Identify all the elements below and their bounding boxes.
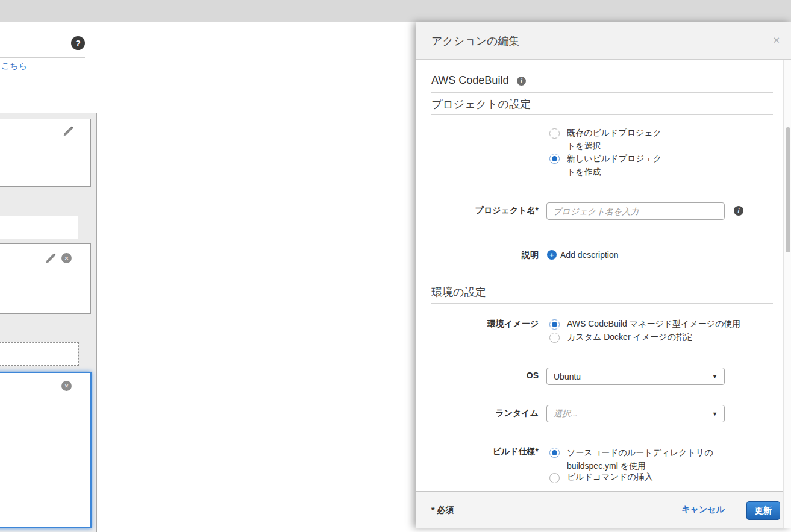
cancel-button[interactable]: キャンセル: [681, 504, 725, 515]
pipeline-action-card-selected[interactable]: [0, 372, 92, 528]
radio-managed-image-label[interactable]: AWS CodeBuild マネージド型イメージの使用: [567, 319, 740, 330]
os-select[interactable]: Ubuntu ▼: [546, 368, 725, 385]
os-label: OS: [431, 371, 539, 380]
help-icon[interactable]: ?: [71, 36, 85, 50]
edit-pencil-icon[interactable]: [62, 126, 73, 137]
radio-insert-commands-label[interactable]: ビルドコマンドの挿入: [567, 472, 653, 483]
more-link[interactable]: こちら: [1, 61, 27, 72]
radio-use-buildspec-label[interactable]: buildspec.yml を使用: [567, 460, 646, 472]
environment-settings-heading: 環境の設定: [431, 285, 486, 299]
update-button[interactable]: 更新: [746, 501, 780, 520]
radio-new-project-label[interactable]: トを作成: [567, 166, 601, 178]
divider: [431, 92, 773, 93]
radio-insert-commands[interactable]: [549, 473, 560, 483]
radio-custom-image-label[interactable]: カスタム Docker イメージの指定: [567, 332, 693, 343]
pipeline-action-card[interactable]: [0, 119, 91, 187]
add-description-plus-icon[interactable]: +: [547, 250, 557, 260]
top-bar: [0, 0, 791, 22]
add-description-link[interactable]: Add description: [560, 250, 619, 260]
os-select-value: Ubuntu: [554, 372, 581, 381]
radio-existing-project[interactable]: [549, 128, 560, 139]
edit-action-panel: アクションの編集 ✕ AWS CodeBuild i プロジェクトの設定 既存の…: [416, 22, 791, 528]
scrollbar-thumb[interactable]: [786, 127, 790, 252]
chevron-down-icon: ▼: [712, 374, 718, 380]
radio-existing-project-label[interactable]: トを選択: [567, 140, 601, 152]
radio-use-buildspec[interactable]: [549, 448, 560, 458]
action-drop-slot[interactable]: [0, 342, 79, 366]
left-divider: [0, 57, 85, 58]
runtime-select[interactable]: 選択... ▼: [546, 405, 725, 422]
remove-action-icon[interactable]: ✕: [61, 253, 72, 263]
project-settings-heading: プロジェクトの設定: [431, 97, 531, 111]
radio-managed-image[interactable]: [549, 319, 560, 330]
description-label: 説明: [431, 250, 539, 261]
provider-name: AWS CodeBuild: [431, 74, 508, 87]
radio-new-project[interactable]: [549, 154, 560, 164]
radio-custom-image[interactable]: [549, 333, 560, 343]
close-icon[interactable]: ✕: [772, 35, 780, 46]
provider-info-icon[interactable]: i: [517, 77, 526, 86]
radio-existing-project-label[interactable]: 既存のビルドプロジェク: [567, 127, 661, 139]
action-drop-slot[interactable]: [0, 216, 78, 239]
project-name-label: プロジェクト名*: [431, 205, 539, 216]
required-note: * 必須: [431, 505, 454, 516]
buildspec-label: ビルド仕様*: [431, 446, 539, 457]
panel-footer: * 必須 キャンセル 更新: [416, 491, 791, 528]
chevron-down-icon: ▼: [712, 411, 718, 417]
runtime-label: ランタイム: [431, 408, 539, 419]
radio-new-project-label[interactable]: 新しいビルドプロジェク: [567, 152, 661, 165]
project-name-input[interactable]: [546, 202, 725, 220]
runtime-select-placeholder: 選択...: [554, 408, 578, 419]
edit-pencil-icon[interactable]: [45, 253, 56, 264]
divider: [431, 114, 773, 115]
panel-title: アクションの編集: [431, 34, 520, 48]
project-name-info-icon[interactable]: i: [734, 206, 743, 216]
environment-image-label: 環境イメージ: [431, 319, 539, 330]
radio-use-buildspec-label[interactable]: ソースコードのルートディレクトリの: [567, 446, 713, 459]
panel-header: アクションの編集 ✕: [416, 22, 791, 60]
remove-action-icon[interactable]: ✕: [61, 381, 72, 391]
divider: [431, 303, 773, 304]
